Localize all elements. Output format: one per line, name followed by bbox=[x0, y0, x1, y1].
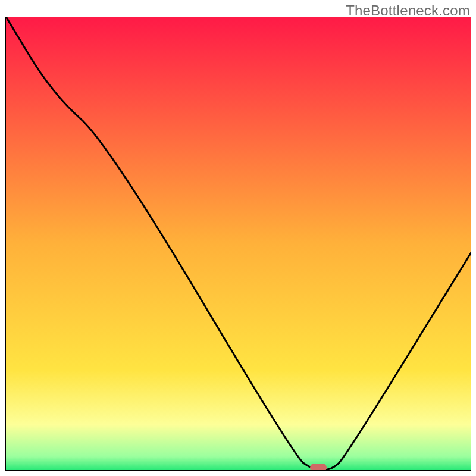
plot-frame bbox=[5, 17, 471, 471]
chart-container: TheBottleneck.com bbox=[0, 0, 476, 476]
plot-svg bbox=[6, 17, 471, 470]
optimal-point-marker bbox=[310, 464, 327, 471]
background-gradient bbox=[6, 17, 471, 470]
